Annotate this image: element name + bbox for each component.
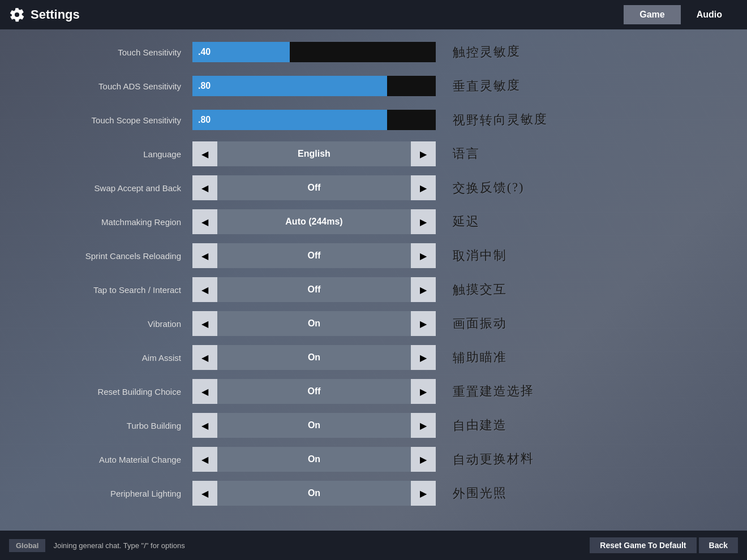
arrow-left-peripheral-lighting[interactable]: ◀ (192, 481, 217, 506)
setting-row-touch-scope-sensitivity: Touch Scope Sensitivity.80视野转向灵敏度 (0, 103, 747, 137)
arrow-left-vibration[interactable]: ◀ (192, 311, 217, 336)
arrow-right-turbo-building[interactable]: ▶ (411, 413, 436, 438)
chinese-label-touch-scope-sensitivity: 视野转向灵敏度 (453, 111, 548, 130)
setting-label-touch-sensitivity: Touch Sensitivity (11, 48, 192, 57)
header: Settings Game Audio (0, 0, 747, 29)
tab-game[interactable]: Game (624, 5, 680, 24)
setting-label-reset-building-choice: Reset Building Choice (11, 387, 192, 397)
option-value-auto-material-change: On (217, 447, 411, 472)
header-title-area: Settings (9, 7, 624, 23)
setting-row-aim-assist: Aim Assist◀On▶辅助瞄准 (0, 341, 747, 374)
arrow-left-matchmaking-region[interactable]: ◀ (192, 209, 217, 234)
chinese-label-matchmaking-region: 延迟 (453, 213, 480, 231)
setting-row-matchmaking-region: Matchmaking Region◀Auto (244ms)▶延迟 (0, 205, 747, 239)
back-button[interactable]: Back (699, 537, 738, 553)
footer-chat: Joining general chat. Type "/" for optio… (53, 541, 590, 550)
arrow-right-vibration[interactable]: ▶ (411, 311, 436, 336)
arrow-right-aim-assist[interactable]: ▶ (411, 345, 436, 370)
setting-label-touch-ads-sensitivity: Touch ADS Sensitivity (11, 81, 192, 91)
chinese-label-touch-ads-sensitivity: 垂直灵敏度 (453, 77, 521, 95)
setting-row-touch-ads-sensitivity: Touch ADS Sensitivity.80垂直灵敏度 (0, 69, 747, 103)
setting-row-touch-sensitivity: Touch Sensitivity.40触控灵敏度 (0, 35, 747, 69)
setting-label-touch-scope-sensitivity: Touch Scope Sensitivity (11, 115, 192, 125)
option-value-matchmaking-region: Auto (244ms) (217, 209, 411, 234)
chinese-label-auto-material-change: 自动更换材料 (453, 450, 535, 469)
option-value-reset-building-choice: Off (217, 379, 411, 404)
footer-buttons: Reset Game To Default Back (590, 537, 738, 553)
option-value-aim-assist: On (217, 345, 411, 370)
setting-row-swap-accept-back: Swap Accept and Back◀Off▶交换反馈(?) (0, 171, 747, 205)
chinese-label-turbo-building: 自由建造 (453, 416, 508, 434)
setting-row-turbo-building: Turbo Building◀On▶自由建造 (0, 408, 747, 442)
arrow-right-auto-material-change[interactable]: ▶ (411, 447, 436, 472)
footer: Global Joining general chat. Type "/" fo… (0, 531, 747, 560)
setting-label-matchmaking-region: Matchmaking Region (11, 217, 192, 227)
gear-icon (9, 7, 25, 23)
chinese-label-vibration: 画面振动 (453, 315, 508, 333)
setting-label-vibration: Vibration (11, 319, 192, 329)
arrow-right-language[interactable]: ▶ (411, 141, 436, 166)
option-value-vibration: On (217, 311, 411, 336)
arrow-right-sprint-cancels-reloading[interactable]: ▶ (411, 243, 436, 268)
slider-value-touch-sensitivity: .40 (198, 47, 211, 57)
arrow-left-auto-material-change[interactable]: ◀ (192, 447, 217, 472)
arrow-left-swap-accept-back[interactable]: ◀ (192, 175, 217, 200)
global-badge: Global (9, 539, 45, 552)
setting-row-auto-material-change: Auto Material Change◀On▶自动更换材料 (0, 442, 747, 476)
setting-label-auto-material-change: Auto Material Change (11, 455, 192, 464)
option-value-peripheral-lighting: On (217, 481, 411, 506)
chinese-label-peripheral-lighting: 外围光照 (453, 484, 508, 502)
option-value-swap-accept-back: Off (217, 175, 411, 200)
chinese-label-sprint-cancels-reloading: 取消中制 (453, 247, 508, 265)
setting-label-tap-to-search: Tap to Search / Interact (11, 285, 192, 295)
setting-label-sprint-cancels-reloading: Sprint Cancels Reloading (11, 251, 192, 261)
chinese-label-tap-to-search: 触摸交互 (453, 281, 508, 299)
arrow-left-language[interactable]: ◀ (192, 141, 217, 166)
setting-label-language: Language (11, 149, 192, 159)
setting-row-peripheral-lighting: Peripheral Lighting◀On▶外围光照 (0, 476, 747, 510)
settings-content: Touch Sensitivity.40触控灵敏度Touch ADS Sensi… (0, 29, 747, 531)
option-value-sprint-cancels-reloading: Off (217, 243, 411, 268)
slider-value-touch-scope-sensitivity: .80 (198, 115, 211, 125)
slider-track-touch-ads-sensitivity[interactable]: .80 (192, 76, 436, 96)
option-value-turbo-building: On (217, 413, 411, 438)
option-value-tap-to-search: Off (217, 277, 411, 302)
setting-row-sprint-cancels-reloading: Sprint Cancels Reloading◀Off▶取消中制 (0, 239, 747, 273)
setting-label-aim-assist: Aim Assist (11, 353, 192, 363)
setting-label-swap-accept-back: Swap Accept and Back (11, 183, 192, 193)
page-title: Settings (31, 7, 80, 22)
chinese-label-language: 语言 (453, 145, 480, 163)
reset-game-button[interactable]: Reset Game To Default (590, 537, 696, 553)
chinese-label-reset-building-choice: 重置建造选择 (453, 382, 535, 401)
header-tabs: Game Audio (624, 5, 738, 24)
arrow-right-reset-building-choice[interactable]: ▶ (411, 379, 436, 404)
arrow-right-peripheral-lighting[interactable]: ▶ (411, 481, 436, 506)
arrow-left-sprint-cancels-reloading[interactable]: ◀ (192, 243, 217, 268)
slider-track-touch-scope-sensitivity[interactable]: .80 (192, 110, 436, 130)
chinese-label-swap-accept-back: 交换反馈(?) (453, 179, 525, 197)
setting-label-peripheral-lighting: Peripheral Lighting (11, 489, 192, 498)
setting-row-vibration: Vibration◀On▶画面振动 (0, 307, 747, 341)
setting-row-language: Language◀English▶语言 (0, 137, 747, 171)
arrow-right-tap-to-search[interactable]: ▶ (411, 277, 436, 302)
setting-row-tap-to-search: Tap to Search / Interact◀Off▶触摸交互 (0, 273, 747, 307)
chinese-label-touch-sensitivity: 触控灵敏度 (453, 43, 521, 61)
slider-value-touch-ads-sensitivity: .80 (198, 81, 211, 91)
arrow-left-aim-assist[interactable]: ◀ (192, 345, 217, 370)
setting-row-reset-building-choice: Reset Building Choice◀Off▶重置建造选择 (0, 374, 747, 408)
option-value-language: English (217, 141, 411, 166)
arrow-left-turbo-building[interactable]: ◀ (192, 413, 217, 438)
arrow-right-swap-accept-back[interactable]: ▶ (411, 175, 436, 200)
setting-label-turbo-building: Turbo Building (11, 421, 192, 430)
chinese-label-aim-assist: 辅助瞄准 (453, 348, 508, 367)
arrow-left-tap-to-search[interactable]: ◀ (192, 277, 217, 302)
arrow-right-matchmaking-region[interactable]: ▶ (411, 209, 436, 234)
tab-audio[interactable]: Audio (681, 5, 738, 24)
slider-track-touch-sensitivity[interactable]: .40 (192, 42, 436, 62)
arrow-left-reset-building-choice[interactable]: ◀ (192, 379, 217, 404)
